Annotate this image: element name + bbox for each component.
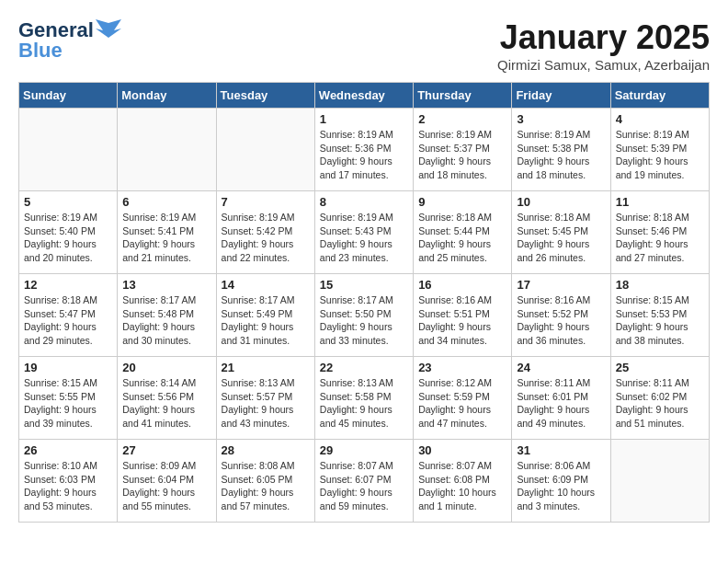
calendar-cell: 17Sunrise: 8:16 AM Sunset: 5:52 PM Dayli… xyxy=(512,274,610,357)
day-number: 1 xyxy=(320,112,408,126)
day-number: 28 xyxy=(222,443,310,457)
day-info: Sunrise: 8:18 AM Sunset: 5:44 PM Dayligh… xyxy=(418,211,506,265)
calendar-cell: 8Sunrise: 8:19 AM Sunset: 5:43 PM Daylig… xyxy=(314,191,413,274)
calendar-week-row: 26Sunrise: 8:10 AM Sunset: 6:03 PM Dayli… xyxy=(19,440,710,523)
day-info: Sunrise: 8:17 AM Sunset: 5:49 PM Dayligh… xyxy=(222,293,310,348)
title-section: January 2025 Qirmizi Samux, Samux, Azerb… xyxy=(497,18,710,73)
calendar-cell: 1Sunrise: 8:19 AM Sunset: 5:36 PM Daylig… xyxy=(314,109,413,191)
page-header: General Blue January 2025 Qirmizi Samux,… xyxy=(18,18,710,73)
day-info: Sunrise: 8:19 AM Sunset: 5:41 PM Dayligh… xyxy=(122,211,210,265)
day-number: 26 xyxy=(24,443,112,457)
day-info: Sunrise: 8:19 AM Sunset: 5:36 PM Dayligh… xyxy=(320,128,408,182)
day-info: Sunrise: 8:19 AM Sunset: 5:39 PM Dayligh… xyxy=(616,128,704,182)
day-number: 25 xyxy=(616,361,704,374)
logo-blue: Blue xyxy=(18,39,63,63)
day-number: 17 xyxy=(517,278,605,292)
calendar-cell xyxy=(19,109,118,191)
calendar-cell: 11Sunrise: 8:18 AM Sunset: 5:46 PM Dayli… xyxy=(610,191,709,274)
day-number: 29 xyxy=(320,443,408,457)
day-of-week-header: Thursday xyxy=(414,83,512,109)
day-number: 10 xyxy=(517,195,605,209)
calendar-cell: 28Sunrise: 8:08 AM Sunset: 6:05 PM Dayli… xyxy=(216,440,314,523)
logo: General Blue xyxy=(18,18,121,63)
calendar-cell: 22Sunrise: 8:13 AM Sunset: 5:58 PM Dayli… xyxy=(314,357,413,440)
day-info: Sunrise: 8:10 AM Sunset: 6:03 PM Dayligh… xyxy=(24,459,112,513)
day-info: Sunrise: 8:19 AM Sunset: 5:37 PM Dayligh… xyxy=(418,128,506,182)
day-info: Sunrise: 8:08 AM Sunset: 6:05 PM Dayligh… xyxy=(222,459,310,513)
logo-bird-icon xyxy=(96,19,121,41)
day-info: Sunrise: 8:11 AM Sunset: 6:02 PM Dayligh… xyxy=(616,376,704,431)
calendar-table: SundayMondayTuesdayWednesdayThursdayFrid… xyxy=(18,82,710,523)
day-number: 31 xyxy=(517,443,605,457)
day-number: 14 xyxy=(222,278,310,292)
calendar-cell: 29Sunrise: 8:07 AM Sunset: 6:07 PM Dayli… xyxy=(314,440,413,523)
day-number: 20 xyxy=(122,361,210,374)
day-of-week-header: Tuesday xyxy=(216,83,314,109)
day-of-week-header: Sunday xyxy=(19,83,118,109)
day-number: 24 xyxy=(517,361,605,374)
day-info: Sunrise: 8:15 AM Sunset: 5:53 PM Dayligh… xyxy=(616,293,704,348)
location-subtitle: Qirmizi Samux, Samux, Azerbaijan xyxy=(497,57,710,73)
calendar-cell: 18Sunrise: 8:15 AM Sunset: 5:53 PM Dayli… xyxy=(610,274,709,357)
day-info: Sunrise: 8:16 AM Sunset: 5:51 PM Dayligh… xyxy=(418,293,506,348)
day-info: Sunrise: 8:14 AM Sunset: 5:56 PM Dayligh… xyxy=(122,376,210,431)
day-info: Sunrise: 8:19 AM Sunset: 5:38 PM Dayligh… xyxy=(517,128,605,182)
day-info: Sunrise: 8:19 AM Sunset: 5:43 PM Dayligh… xyxy=(320,211,408,265)
day-number: 18 xyxy=(616,278,704,292)
day-info: Sunrise: 8:09 AM Sunset: 6:04 PM Dayligh… xyxy=(122,459,210,513)
day-number: 21 xyxy=(222,361,310,374)
calendar-week-row: 5Sunrise: 8:19 AM Sunset: 5:40 PM Daylig… xyxy=(19,191,710,274)
day-info: Sunrise: 8:18 AM Sunset: 5:46 PM Dayligh… xyxy=(616,211,704,265)
calendar-cell: 30Sunrise: 8:07 AM Sunset: 6:08 PM Dayli… xyxy=(414,440,512,523)
day-number: 4 xyxy=(616,112,704,126)
day-info: Sunrise: 8:07 AM Sunset: 6:07 PM Dayligh… xyxy=(320,459,408,513)
month-title: January 2025 xyxy=(497,18,710,57)
calendar-cell: 5Sunrise: 8:19 AM Sunset: 5:40 PM Daylig… xyxy=(19,191,118,274)
calendar-week-row: 1Sunrise: 8:19 AM Sunset: 5:36 PM Daylig… xyxy=(19,109,710,191)
calendar-cell: 25Sunrise: 8:11 AM Sunset: 6:02 PM Dayli… xyxy=(610,357,709,440)
day-number: 27 xyxy=(122,443,210,457)
day-info: Sunrise: 8:19 AM Sunset: 5:40 PM Dayligh… xyxy=(24,211,112,265)
calendar-cell: 6Sunrise: 8:19 AM Sunset: 5:41 PM Daylig… xyxy=(118,191,216,274)
day-of-week-header: Saturday xyxy=(610,83,709,109)
day-number: 23 xyxy=(418,361,506,374)
day-info: Sunrise: 8:07 AM Sunset: 6:08 PM Dayligh… xyxy=(418,459,506,513)
calendar-cell: 24Sunrise: 8:11 AM Sunset: 6:01 PM Dayli… xyxy=(512,357,610,440)
day-info: Sunrise: 8:18 AM Sunset: 5:45 PM Dayligh… xyxy=(517,211,605,265)
day-number: 12 xyxy=(24,278,112,292)
day-number: 15 xyxy=(320,278,408,292)
day-number: 6 xyxy=(122,195,210,209)
day-number: 30 xyxy=(418,443,506,457)
calendar-week-row: 19Sunrise: 8:15 AM Sunset: 5:55 PM Dayli… xyxy=(19,357,710,440)
calendar-cell: 16Sunrise: 8:16 AM Sunset: 5:51 PM Dayli… xyxy=(414,274,512,357)
day-number: 22 xyxy=(320,361,408,374)
day-info: Sunrise: 8:19 AM Sunset: 5:42 PM Dayligh… xyxy=(222,211,310,265)
day-number: 16 xyxy=(418,278,506,292)
day-number: 2 xyxy=(418,112,506,126)
calendar-cell: 14Sunrise: 8:17 AM Sunset: 5:49 PM Dayli… xyxy=(216,274,314,357)
calendar-cell xyxy=(216,109,314,191)
calendar-week-row: 12Sunrise: 8:18 AM Sunset: 5:47 PM Dayli… xyxy=(19,274,710,357)
day-of-week-header: Wednesday xyxy=(314,83,413,109)
day-number: 8 xyxy=(320,195,408,209)
calendar-cell: 3Sunrise: 8:19 AM Sunset: 5:38 PM Daylig… xyxy=(512,109,610,191)
calendar-cell: 21Sunrise: 8:13 AM Sunset: 5:57 PM Dayli… xyxy=(216,357,314,440)
calendar-cell: 15Sunrise: 8:17 AM Sunset: 5:50 PM Dayli… xyxy=(314,274,413,357)
day-info: Sunrise: 8:15 AM Sunset: 5:55 PM Dayligh… xyxy=(24,376,112,431)
day-info: Sunrise: 8:17 AM Sunset: 5:50 PM Dayligh… xyxy=(320,293,408,348)
day-info: Sunrise: 8:18 AM Sunset: 5:47 PM Dayligh… xyxy=(24,293,112,348)
calendar-cell: 7Sunrise: 8:19 AM Sunset: 5:42 PM Daylig… xyxy=(216,191,314,274)
day-info: Sunrise: 8:13 AM Sunset: 5:58 PM Dayligh… xyxy=(320,376,408,431)
day-number: 13 xyxy=(122,278,210,292)
day-info: Sunrise: 8:17 AM Sunset: 5:48 PM Dayligh… xyxy=(122,293,210,348)
day-number: 3 xyxy=(517,112,605,126)
day-info: Sunrise: 8:16 AM Sunset: 5:52 PM Dayligh… xyxy=(517,293,605,348)
calendar-cell: 19Sunrise: 8:15 AM Sunset: 5:55 PM Dayli… xyxy=(19,357,118,440)
calendar-cell xyxy=(610,440,709,523)
calendar-header-row: SundayMondayTuesdayWednesdayThursdayFrid… xyxy=(19,83,710,109)
day-of-week-header: Friday xyxy=(512,83,610,109)
day-info: Sunrise: 8:12 AM Sunset: 5:59 PM Dayligh… xyxy=(418,376,506,431)
day-number: 11 xyxy=(616,195,704,209)
calendar-cell: 12Sunrise: 8:18 AM Sunset: 5:47 PM Dayli… xyxy=(19,274,118,357)
calendar-cell: 13Sunrise: 8:17 AM Sunset: 5:48 PM Dayli… xyxy=(118,274,216,357)
